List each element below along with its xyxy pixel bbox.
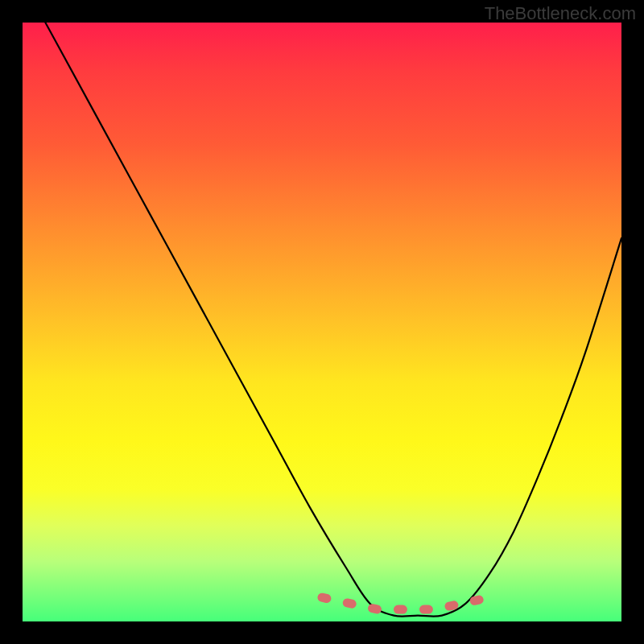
curve-layer bbox=[23, 23, 621, 621]
watermark-text: TheBottleneck.com bbox=[485, 3, 636, 24]
bottleneck-curve bbox=[23, 0, 621, 617]
